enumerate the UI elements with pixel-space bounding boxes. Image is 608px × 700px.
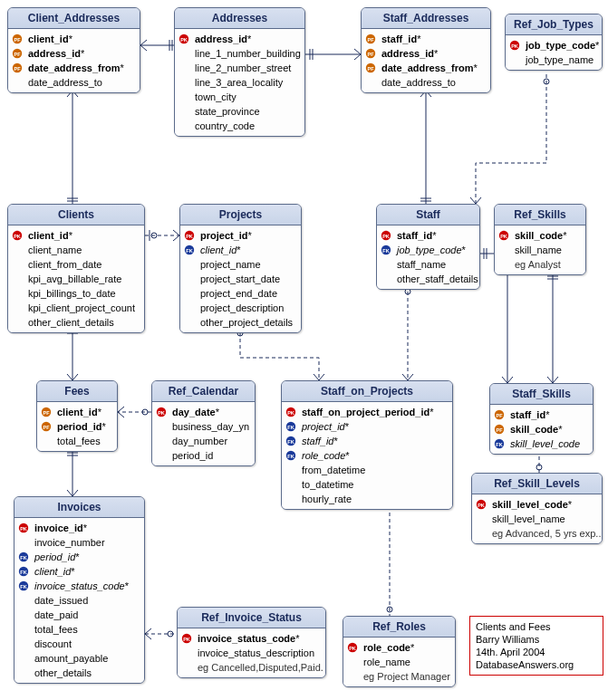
entity-title: Ref_Skill_Levels <box>472 474 602 494</box>
key-icon: PK <box>381 230 393 241</box>
attribute-row: day_number <box>156 434 251 448</box>
attrs: PKday_date*business_day_ynday_numberperi… <box>152 402 255 465</box>
entity-title: Ref_Calendar <box>152 381 255 402</box>
caption-title: Clients and Fees <box>476 620 597 633</box>
key-icon: FK <box>285 450 298 461</box>
attribute-row: FKclient_id* <box>18 564 140 579</box>
entity-projects: Projects PKproject_id*FKclient_id*projec… <box>179 204 302 333</box>
entity-clients: Clients PKclient_id*client_nameclient_fr… <box>7 204 145 333</box>
entity-title: Invoices <box>14 497 144 518</box>
attribute-name: period_id <box>34 551 75 563</box>
key-icon: PK <box>509 40 522 51</box>
attribute-row: FKrole_code* <box>285 448 449 463</box>
attribute-name: invoice_id <box>34 522 83 534</box>
attrs: PFstaff_id*PFaddress_id*PFdate_address_f… <box>362 29 490 92</box>
entity-title: Projects <box>180 205 301 225</box>
attribute-row: PKclient_id* <box>12 228 140 243</box>
key-icon: PF <box>494 409 507 420</box>
entity-title: Fees <box>37 381 117 402</box>
key-icon: PK <box>179 34 191 44</box>
attrs: PFclient_id*PFperiod_id*total_fees <box>37 402 117 451</box>
key-icon: PK <box>156 407 169 417</box>
key-icon: PF <box>41 407 53 417</box>
entity-staff-on-projects: Staff_on_Projects PKstaff_on_project_per… <box>281 380 453 510</box>
attribute-row: project_start_date <box>184 272 297 286</box>
attribute-name: discount <box>34 638 72 650</box>
attribute-name: other_project_details <box>200 316 293 329</box>
svg-text:PF: PF <box>14 66 21 72</box>
attribute-row: PKaddress_id* <box>179 32 301 46</box>
key-icon: FK <box>18 580 31 591</box>
svg-text:PK: PK <box>14 234 21 239</box>
svg-text:FK: FK <box>20 555 26 561</box>
key-icon: PF <box>365 48 378 59</box>
attribute-name: kpi_billings_to_date <box>28 287 116 300</box>
entity-title: Client_Addresses <box>8 8 140 29</box>
attribute-name: staff_id <box>381 33 417 45</box>
key-icon: FK <box>285 421 298 432</box>
attribute-row: period_id <box>156 448 251 463</box>
attribute-row: business_day_yn <box>156 419 251 434</box>
svg-text:PK: PK <box>186 234 193 239</box>
attribute-name: period_id <box>172 449 213 462</box>
attribute-row: FKproject_id* <box>285 419 449 434</box>
svg-text:FK: FK <box>20 584 26 590</box>
svg-text:PK: PK <box>478 503 485 508</box>
attribute-row: discount <box>18 637 140 651</box>
svg-text:PF: PF <box>14 37 21 43</box>
entity-staff-addresses: Staff_Addresses PFstaff_id*PFaddress_id*… <box>361 7 491 93</box>
svg-point-35 <box>536 465 542 470</box>
attribute-name: other_client_details <box>28 316 114 329</box>
entity-client-addresses: Client_Addresses PFclient_id*PFaddress_i… <box>7 7 140 93</box>
attribute-name: from_datetime <box>302 464 365 476</box>
svg-point-37 <box>387 607 392 612</box>
attribute-name: eg Project Manager <box>363 670 450 683</box>
attribute-name: date_address_from <box>28 62 121 74</box>
key-icon: PK <box>285 407 298 417</box>
svg-text:PK: PK <box>349 646 356 651</box>
key-icon: PK <box>476 499 488 510</box>
key-icon: FK <box>381 245 393 255</box>
attribute-row: amount_payable <box>18 651 140 666</box>
svg-text:PK: PK <box>183 637 190 642</box>
attribute-name: staff_id <box>302 435 333 447</box>
svg-text:PF: PF <box>367 66 374 72</box>
attribute-row: PKjob_type_code* <box>509 38 598 53</box>
attribute-row: kpi_client_project_count <box>12 301 140 315</box>
svg-text:FK: FK <box>382 248 389 254</box>
attribute-row: kpi_billings_to_date <box>12 286 140 301</box>
svg-text:PF: PF <box>43 410 50 416</box>
attribute-name: invoice_status_code <box>34 580 125 592</box>
attribute-name: project_id <box>200 229 248 242</box>
attribute-name: date_issued <box>34 594 88 607</box>
attribute-name: project_end_date <box>200 287 277 300</box>
attrs: PKskill_code*skill_nameeg Analyst <box>495 225 585 274</box>
attribute-row: total_fees <box>18 622 140 637</box>
attribute-row: PKrole_code* <box>347 640 451 655</box>
attribute-row: PKskill_level_code* <box>476 497 598 512</box>
attribute-row: from_datetime <box>285 463 449 477</box>
svg-text:PK: PK <box>180 37 188 43</box>
attribute-name: line_3_area_locality <box>195 76 283 89</box>
caption-source: DatabaseAnswers.org <box>476 658 597 671</box>
attribute-name: kpi_avg_billable_rate <box>28 273 121 285</box>
attribute-name: date_address_to <box>28 76 102 89</box>
attribute-row: date_address_to <box>12 75 136 90</box>
attribute-name: staff_name <box>397 258 446 271</box>
entity-title: Ref_Invoice_Status <box>178 608 325 628</box>
entity-title: Addresses <box>175 8 304 29</box>
attribute-row: FKperiod_id* <box>18 550 140 564</box>
svg-text:FK: FK <box>20 570 26 575</box>
attribute-name: skill_name <box>515 244 562 256</box>
attribute-row: PFdate_address_from* <box>365 61 487 75</box>
attribute-name: role_code <box>363 641 410 654</box>
key-icon: PK <box>181 633 194 644</box>
attribute-name: town_city <box>195 91 236 103</box>
attribute-row: PFdate_address_from* <box>12 61 136 75</box>
attribute-row: FKjob_type_code* <box>381 243 476 257</box>
diagram-caption: Clients and Fees Barry Williams 14th. Ap… <box>469 616 603 676</box>
entity-fees: Fees PFclient_id*PFperiod_id*total_fees <box>36 380 118 452</box>
key-icon: PF <box>365 34 378 44</box>
attribute-row: invoice_status_description <box>181 646 322 660</box>
attrs: PKaddress_id*line_1_number_buildingline_… <box>175 29 304 136</box>
